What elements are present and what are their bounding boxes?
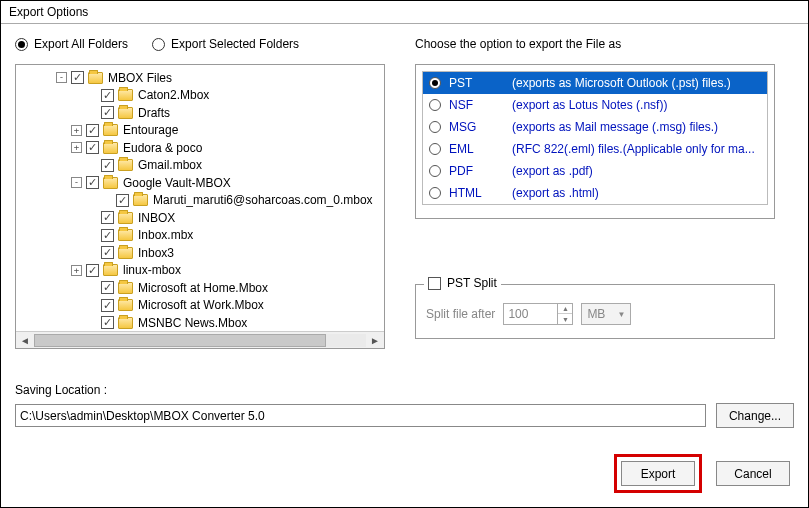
tree-hscrollbar[interactable]: ◄ ► — [16, 331, 384, 348]
tree-checkbox[interactable] — [116, 194, 129, 207]
format-name: PDF — [449, 164, 504, 178]
tree-item-label: linux-mbox — [123, 263, 181, 277]
tree-item-label: Microsoft at Work.Mbox — [138, 298, 264, 312]
tree-item[interactable]: Inbox3 — [16, 244, 384, 262]
tree-item-label: Inbox.mbx — [138, 228, 193, 242]
tree-item-label: Maruti_maruti6@soharcoas.com_0.mbox — [153, 193, 373, 207]
format-name: PST — [449, 76, 504, 90]
tree-item[interactable]: Microsoft at Home.Mbox — [16, 279, 384, 297]
spinner-up-icon[interactable]: ▲ — [558, 304, 572, 314]
tree-checkbox[interactable] — [101, 106, 114, 119]
format-option-html[interactable]: HTML(export as .html) — [423, 182, 767, 204]
expand-icon[interactable]: + — [71, 265, 82, 276]
radio-icon — [429, 99, 441, 111]
pst-split-checkbox[interactable] — [428, 277, 441, 290]
format-name: EML — [449, 142, 504, 156]
scroll-right-icon[interactable]: ► — [368, 335, 382, 346]
expand-icon[interactable]: + — [71, 142, 82, 153]
tree-item[interactable]: Maruti_maruti6@soharcoas.com_0.mbox — [16, 192, 384, 210]
tree-checkbox[interactable] — [86, 176, 99, 189]
tree-checkbox[interactable] — [101, 159, 114, 172]
tree-checkbox[interactable] — [86, 124, 99, 137]
tree-item[interactable]: +Entourage — [16, 122, 384, 140]
folder-icon — [103, 177, 118, 189]
saving-location-input[interactable]: C:\Users\admin\Desktop\MBOX Converter 5.… — [15, 404, 706, 427]
tree-checkbox[interactable] — [101, 281, 114, 294]
tree-checkbox[interactable] — [71, 71, 84, 84]
export-all-radio[interactable]: Export All Folders — [15, 37, 128, 51]
expand-icon[interactable]: + — [71, 125, 82, 136]
expander-spacer — [101, 195, 112, 206]
folder-icon — [118, 247, 133, 259]
export-selected-radio[interactable]: Export Selected Folders — [152, 37, 299, 51]
expander-spacer — [86, 90, 97, 101]
change-button[interactable]: Change... — [716, 403, 794, 428]
saving-location-label: Saving Location : — [15, 383, 794, 397]
format-desc: (exports as Microsoft Outlook (.pst) fil… — [512, 76, 731, 90]
tree-item[interactable]: Drafts — [16, 104, 384, 122]
tree-item[interactable]: +linux-mbox — [16, 262, 384, 280]
format-desc: (RFC 822(.eml) files.(Applicable only fo… — [512, 142, 755, 156]
tree-item[interactable]: Microsoft at Work.Mbox — [16, 297, 384, 315]
tree-item[interactable]: -MBOX Files — [16, 69, 384, 87]
format-option-pst[interactable]: PST(exports as Microsoft Outlook (.pst) … — [423, 72, 767, 94]
saving-location-value: C:\Users\admin\Desktop\MBOX Converter 5.… — [20, 409, 265, 423]
spinner-down-icon[interactable]: ▼ — [558, 314, 572, 324]
scroll-thumb[interactable] — [34, 334, 326, 347]
tree-checkbox[interactable] — [101, 316, 114, 329]
format-option-eml[interactable]: EML(RFC 822(.eml) files.(Applicable only… — [423, 138, 767, 160]
folder-icon — [103, 264, 118, 276]
formats-heading: Choose the option to export the File as — [415, 34, 794, 54]
expander-spacer — [86, 317, 97, 328]
expander-spacer — [86, 107, 97, 118]
tree-item-label: MBOX Files — [108, 71, 172, 85]
export-button[interactable]: Export — [621, 461, 695, 486]
tree-item[interactable]: Inbox.mbx — [16, 227, 384, 245]
folder-icon — [118, 229, 133, 241]
folder-icon — [103, 124, 118, 136]
tree-item[interactable]: +Eudora & poco — [16, 139, 384, 157]
radio-icon — [429, 121, 441, 133]
tree-item-label: MSNBC News.Mbox — [138, 316, 247, 330]
tree-checkbox[interactable] — [101, 246, 114, 259]
radio-icon — [429, 143, 441, 155]
format-panel: PST(exports as Microsoft Outlook (.pst) … — [415, 64, 775, 219]
split-unit-select[interactable]: MB ▼ — [581, 303, 631, 325]
format-option-nsf[interactable]: NSF(export as Lotus Notes (.nsf)) — [423, 94, 767, 116]
expander-spacer — [86, 282, 97, 293]
expander-spacer — [86, 300, 97, 311]
scroll-left-icon[interactable]: ◄ — [18, 335, 32, 346]
export-all-label: Export All Folders — [34, 37, 128, 51]
tree-item[interactable]: MSNBC News.Mbox — [16, 314, 384, 330]
format-option-pdf[interactable]: PDF(export as .pdf) — [423, 160, 767, 182]
tree-item-label: Caton2.Mbox — [138, 88, 209, 102]
chevron-down-icon: ▼ — [617, 310, 625, 319]
tree-checkbox[interactable] — [101, 229, 114, 242]
expander-spacer — [86, 247, 97, 258]
collapse-icon[interactable]: - — [56, 72, 67, 83]
tree-item[interactable]: INBOX — [16, 209, 384, 227]
scroll-track[interactable] — [34, 334, 366, 347]
cancel-button[interactable]: Cancel — [716, 461, 790, 486]
split-size-input[interactable]: 100 ▲ ▼ — [503, 303, 573, 325]
tree-checkbox[interactable] — [101, 299, 114, 312]
format-desc: (exports as Mail message (.msg) files.) — [512, 120, 718, 134]
export-highlight: Export — [614, 454, 702, 493]
format-option-msg[interactable]: MSG(exports as Mail message (.msg) files… — [423, 116, 767, 138]
tree-checkbox[interactable] — [86, 141, 99, 154]
tree-checkbox[interactable] — [86, 264, 99, 277]
split-unit-value: MB — [587, 307, 605, 321]
tree-item[interactable]: -Google Vault-MBOX — [16, 174, 384, 192]
radio-icon — [429, 187, 441, 199]
folder-icon — [118, 107, 133, 119]
format-list[interactable]: PST(exports as Microsoft Outlook (.pst) … — [422, 71, 768, 205]
tree-item[interactable]: Gmail.mbox — [16, 157, 384, 175]
tree-item[interactable]: Caton2.Mbox — [16, 87, 384, 105]
split-size-value: 100 — [504, 307, 557, 321]
collapse-icon[interactable]: - — [71, 177, 82, 188]
tree-checkbox[interactable] — [101, 89, 114, 102]
tree-item-label: Entourage — [123, 123, 178, 137]
tree-checkbox[interactable] — [101, 211, 114, 224]
export-selected-label: Export Selected Folders — [171, 37, 299, 51]
folder-tree[interactable]: -MBOX FilesCaton2.MboxDrafts+Entourage+E… — [15, 64, 385, 349]
